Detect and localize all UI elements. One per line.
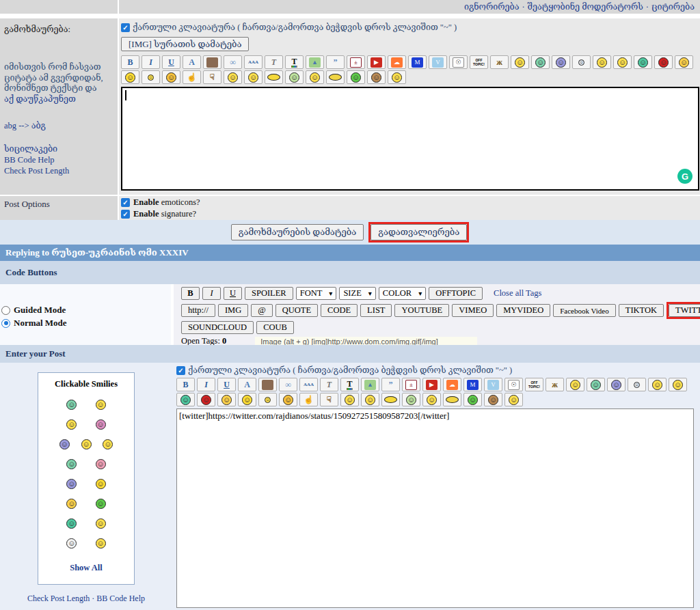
laugh-green-smiley-icon[interactable]: ☺ <box>176 393 195 406</box>
teletype-icon[interactable]: T <box>265 55 283 69</box>
check-post-length-link[interactable]: Check Post Length <box>4 165 113 176</box>
cool-shades-smiley-icon[interactable]: ☺ <box>217 393 236 406</box>
green-eyes-smiley-icon[interactable]: ☺ <box>402 393 420 406</box>
bbcode---button[interactable]: @ <box>251 304 273 317</box>
close-all-tags-link[interactable]: Close all Tags <box>494 288 541 299</box>
angry-red-smiley-icon[interactable]: ☺ <box>654 55 673 69</box>
bbcode-bold-button[interactable]: B <box>181 287 200 300</box>
bbcode-youtube-button[interactable]: YOUTUBE <box>394 304 449 317</box>
bbcode-list-button[interactable]: LIST <box>360 304 392 317</box>
green-hair-smiley-icon[interactable]: ☺ <box>463 393 482 406</box>
italic-icon[interactable]: I <box>142 55 160 69</box>
link-chain-icon[interactable]: ∞ <box>224 55 242 69</box>
giggle-smiley-icon[interactable]: ☺ <box>593 55 611 69</box>
youtube-icon[interactable]: ▶ <box>367 55 386 69</box>
quote-here-link[interactable]: აქ დაუწკაპუნეთ <box>4 94 76 104</box>
bbcode-quote-button[interactable]: QUOTE <box>275 304 318 317</box>
girl-flower-smiley-icon[interactable]: ☺ <box>422 393 441 406</box>
georgian-keyboard-checkbox-bottom[interactable]: ✓ <box>176 366 185 375</box>
heart-mouth-smiley-icon[interactable]: ☺ <box>361 393 379 406</box>
bbcode-underline-button[interactable]: U <box>224 287 242 300</box>
quote-icon[interactable]: ” <box>326 55 345 69</box>
tongue-smiley-icon[interactable]: ☺ <box>340 393 359 406</box>
size-select[interactable]: SIZE▾ <box>339 287 375 300</box>
teletype-icon[interactable]: T <box>320 378 338 391</box>
post-textarea[interactable]: [twitter]https://twitter.com/rajdianos/s… <box>176 408 694 608</box>
shoes-smiley-icon[interactable] <box>326 70 345 84</box>
angry-red-smiley-icon[interactable]: ☺ <box>197 393 215 406</box>
bold-icon[interactable]: B <box>176 378 195 391</box>
thumb-up-icon[interactable]: ☝ <box>183 70 201 84</box>
facepalm-smiley-icon[interactable]: ☺ <box>566 378 584 391</box>
report-moderator-link[interactable]: შეატყობინე მოდერატორს <box>528 1 643 12</box>
bug-smiley-icon[interactable]: ж <box>490 55 509 69</box>
font-size-icon[interactable]: AAA <box>244 55 262 69</box>
peace-smiley-icon[interactable]: ☺ <box>238 393 256 406</box>
smile-smiley-icon[interactable]: ☺ <box>613 55 632 69</box>
quote-link[interactable]: ციტირება <box>651 1 695 12</box>
smiley-clock-yellow[interactable]: ☺ <box>96 479 106 489</box>
bbcode-twitter-button[interactable]: TWITTER <box>669 304 700 317</box>
img-add-button[interactable]: [IMG] სურათის დამატება <box>121 37 249 51</box>
peace-smiley-icon[interactable]: ☺ <box>121 70 139 84</box>
smiley-facepalm[interactable]: ☺ <box>96 518 106 529</box>
smiley-xd-yellow[interactable]: ☺ <box>96 400 106 410</box>
mode-option-guided-mode[interactable]: Guided Mode <box>1 305 171 316</box>
facepalm-smiley-icon[interactable]: ☺ <box>511 55 529 69</box>
teardrop-smiley-icon[interactable]: ☉ <box>449 55 468 69</box>
thumb-down-icon[interactable]: ☟ <box>203 70 221 84</box>
smiley-smirk[interactable]: ☺ <box>103 439 113 449</box>
bold-icon[interactable]: B <box>121 55 139 69</box>
bbcode-facebook-video-button[interactable]: Facebook Video <box>553 304 616 317</box>
thumb-up-icon[interactable]: ☝ <box>299 393 318 406</box>
myvideo-icon[interactable]: M <box>463 378 482 391</box>
green-eyes-smiley-icon[interactable]: ☺ <box>285 70 304 84</box>
bbcode-help-link[interactable]: BB Code Help <box>4 154 113 165</box>
smiley-surprised-purple[interactable]: ☺ <box>59 439 70 449</box>
smiley-laugh-green[interactable]: ☺ <box>66 400 77 410</box>
laugh-green-smiley-icon[interactable]: ☺ <box>634 55 652 69</box>
soundcloud-icon[interactable]: ☁ <box>443 378 461 391</box>
font-select[interactable]: FONT▾ <box>296 287 337 300</box>
smiley-drowning-pink[interactable]: ☺ <box>96 459 106 469</box>
grin-green-smiley-icon[interactable]: ☺ <box>531 55 550 69</box>
smiley-green-hair[interactable]: ☺ <box>96 499 106 509</box>
enable-emoticons-checkbox[interactable]: ✓ <box>121 198 130 207</box>
quote-icon[interactable]: ” <box>381 378 400 391</box>
bbcode-offtopic-button[interactable]: OFFTOPIC <box>429 287 483 300</box>
font-color-icon[interactable]: T <box>340 378 359 391</box>
radio-icon[interactable] <box>1 306 10 315</box>
avatar-photo-icon[interactable] <box>203 55 221 69</box>
smile-smiley-icon[interactable]: ☺ <box>669 378 687 391</box>
grin-green-smiley-icon[interactable]: ☺ <box>587 378 605 391</box>
popcorn-smiley-icon[interactable]: ☺ <box>504 393 523 406</box>
mini-smiley-icon[interactable]: ☺ <box>258 393 277 406</box>
font-size-icon[interactable]: AAA <box>299 378 318 391</box>
smiley-laughing-pair[interactable]: ☺ <box>66 419 77 430</box>
enable-signature-checkbox[interactable]: ✓ <box>121 210 130 219</box>
preview-button[interactable]: გადათვალიერება <box>371 224 467 240</box>
drip-smiley-icon[interactable]: ☺ <box>628 378 646 391</box>
bbcode-code-button[interactable]: CODE <box>321 304 358 317</box>
bbcode-help-link-bottom[interactable]: BB Code Help <box>96 594 145 603</box>
green-hair-smiley-icon[interactable]: ☺ <box>347 70 365 84</box>
bbcode-coub-button[interactable]: COUB <box>256 321 294 334</box>
reply-textarea[interactable]: G <box>121 87 699 191</box>
smiley-ninja-purple[interactable]: ☺ <box>66 479 77 489</box>
giggle-smiley-icon[interactable]: ☺ <box>648 378 667 391</box>
font-color-icon[interactable]: T <box>285 55 304 69</box>
bug-smiley-icon[interactable]: ж <box>546 378 564 391</box>
smiley-popcorn[interactable]: ☺ <box>96 538 106 549</box>
font-face-icon[interactable]: A <box>183 55 201 69</box>
vimeo-icon[interactable]: V <box>429 55 447 69</box>
radio-icon[interactable] <box>1 319 10 328</box>
bbcode-soundcloud-button[interactable]: SOUNDCLOUD <box>181 321 254 334</box>
avatar-photo-icon[interactable] <box>258 378 277 391</box>
bbcode-spoiler-button[interactable]: SPOILER <box>245 287 293 300</box>
italic-icon[interactable]: I <box>197 378 215 391</box>
popcorn-smiley-icon[interactable]: ☺ <box>388 70 406 84</box>
font-face-icon[interactable]: A <box>238 378 256 391</box>
vimeo-icon[interactable]: V <box>484 378 502 391</box>
bell-smiley-icon[interactable]: ☺ <box>279 393 297 406</box>
smiley-sweat-drop[interactable]: ☺ <box>81 439 92 449</box>
